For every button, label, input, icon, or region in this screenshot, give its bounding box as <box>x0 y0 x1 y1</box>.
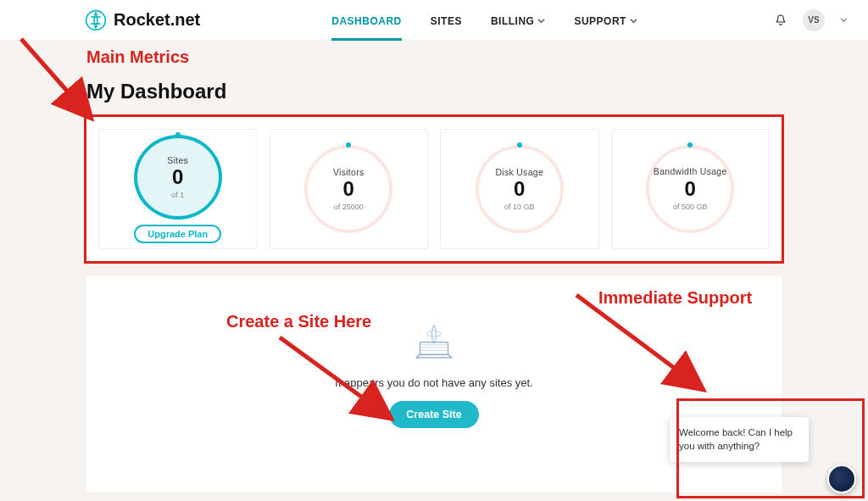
nav-billing-label: BILLING <box>491 15 535 27</box>
nav-billing[interactable]: BILLING <box>491 2 546 39</box>
create-site-button[interactable]: Create Site <box>389 401 478 428</box>
metric-sub: of 500 GB <box>673 203 708 211</box>
metric-bandwidth: Bandwidth Usage 0 of 500 GB <box>611 129 771 249</box>
metric-disk: Disk Usage 0 of 10 GB <box>440 129 599 249</box>
avatar[interactable]: VS <box>803 9 825 31</box>
metric-sub: of 10 GB <box>504 203 535 211</box>
nav-support-label: SUPPORT <box>574 15 626 27</box>
chat-message: Welcome back! Can I help you with anythi… <box>679 427 793 451</box>
avatar-initials: VS <box>808 15 819 25</box>
metric-ring: Bandwidth Usage 0 of 500 GB <box>646 145 734 233</box>
metric-sites: Sites 0 of 1 Upgrade Plan <box>98 129 258 249</box>
svg-point-3 <box>427 331 442 337</box>
chat-popup[interactable]: Welcome back! Can I help you with anythi… <box>670 417 809 462</box>
chevron-down-icon <box>537 17 545 25</box>
nav-dashboard-label: DASHBOARD <box>331 15 402 27</box>
metric-title: Bandwidth Usage <box>654 167 727 177</box>
svg-line-8 <box>21 39 92 119</box>
logo[interactable]: Rocket.net <box>85 9 200 31</box>
ring-indicator <box>687 142 693 148</box>
metric-visitors: Visitors 0 of 25000 <box>270 129 429 249</box>
chevron-down-icon <box>630 17 637 25</box>
header: Rocket.net DASHBOARD SITES BILLING SUPPO… <box>0 0 868 41</box>
page-title: My Dashboard <box>86 80 226 103</box>
bell-icon[interactable] <box>774 14 787 27</box>
nav-support[interactable]: SUPPORT <box>574 2 637 39</box>
chevron-down-icon[interactable] <box>840 16 848 24</box>
metric-value: 0 <box>172 167 183 187</box>
metric-ring: Visitors 0 of 25000 <box>304 145 392 233</box>
ring-indicator <box>346 142 351 148</box>
empty-text: It appears you do not have any sites yet… <box>335 376 532 389</box>
ring-indicator <box>517 142 522 148</box>
header-right: VS <box>774 9 848 31</box>
metrics-panel: Sites 0 of 1 Upgrade Plan Visitors 0 of … <box>86 117 782 261</box>
chat-avatar-icon[interactable] <box>827 465 856 493</box>
nav-sites[interactable]: SITES <box>431 2 462 39</box>
ring-indicator <box>175 132 181 137</box>
metric-value: 0 <box>514 179 525 199</box>
laptop-illustration-icon <box>409 324 459 366</box>
metric-value: 0 <box>343 179 354 199</box>
brand-text: Rocket.net <box>114 10 200 30</box>
upgrade-plan-button[interactable]: Upgrade Plan <box>134 225 221 243</box>
metric-ring: Sites 0 of 1 <box>134 135 222 220</box>
metric-title: Disk Usage <box>495 167 543 177</box>
annotation-main-metrics: Main Metrics <box>86 47 189 67</box>
rocket-icon <box>85 9 107 31</box>
metric-title: Visitors <box>333 167 364 177</box>
metric-sub: of 25000 <box>334 203 364 211</box>
metric-title: Sites <box>167 155 188 165</box>
nav-dashboard[interactable]: DASHBOARD <box>331 2 402 39</box>
metric-sub: of 1 <box>171 191 184 199</box>
metric-value: 0 <box>685 179 696 199</box>
nav: DASHBOARD SITES BILLING SUPPORT <box>331 2 637 39</box>
metric-ring: Disk Usage 0 of 10 GB <box>476 145 564 233</box>
nav-sites-label: SITES <box>431 15 462 27</box>
